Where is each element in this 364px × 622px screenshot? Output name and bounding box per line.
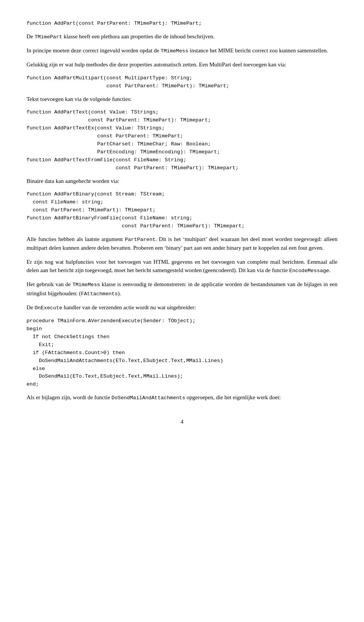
paragraph-er-zijn-nog: Er zijn nog wat hulpfuncties voor het to…: [27, 258, 337, 275]
paragraph-tpimepart-intro: De TMimePart klasse heeft een plethora a…: [27, 32, 337, 41]
paragraph-gelukkig: Gelukkig zijn er wat hulp methodes die d…: [27, 60, 337, 69]
paragraph-binaire-data: Binaire data kan aangehecht worden via:: [27, 177, 337, 186]
page-content: function AddPart(const PartParent: TMime…: [27, 20, 337, 426]
paragraph-als-er-bijlagen: Als er bijlagen zijn, wordt de functie D…: [27, 393, 337, 402]
inline-code-tmimemess-2: TMimeMess: [72, 282, 100, 288]
inline-code-partparent: PartParent: [125, 237, 155, 243]
inline-code-onexecute: OnExecute: [35, 305, 62, 311]
code-block-addparttext: function AddPartText(const Value: TStrin…: [27, 109, 337, 172]
inline-code-encodemessage: EncodeMessage: [289, 268, 329, 274]
paragraph-in-principe: In principe moeten deze correct ingevuld…: [27, 46, 337, 55]
inline-code-tmimepart: TMimePart: [35, 34, 62, 40]
paragraph-tekst-toevoegen: Tekst toevoegen kan via de volgende func…: [27, 95, 337, 104]
paragraph-alle-functies: Alle functies hebben als laatste argumen…: [27, 235, 337, 252]
inline-code-dosendmailandattachments: DoSendMailAndAttachments: [111, 395, 185, 401]
inline-code-tmimemess-1: TMimeMess: [161, 48, 188, 54]
paragraph-het-gebruik: Het gebruik van de TMimeMess klasse is e…: [27, 280, 337, 298]
code-block-procedure: procedure TMainForm.AVerzendenExecute(Se…: [27, 317, 337, 389]
page-number: 4: [27, 417, 337, 426]
inline-code-fattachments: FAttachments: [81, 291, 118, 297]
code-block-top: function AddPart(const PartParent: TMime…: [27, 20, 337, 28]
paragraph-de-onexecute: De OnExecute handler van de verzenden ac…: [27, 303, 337, 312]
code-block-addpartmultipart: function AddPartMultipart(const Multipar…: [27, 74, 337, 90]
code-block-addpartbinary: function AddPartBinary(const Stream: TSt…: [27, 191, 337, 230]
